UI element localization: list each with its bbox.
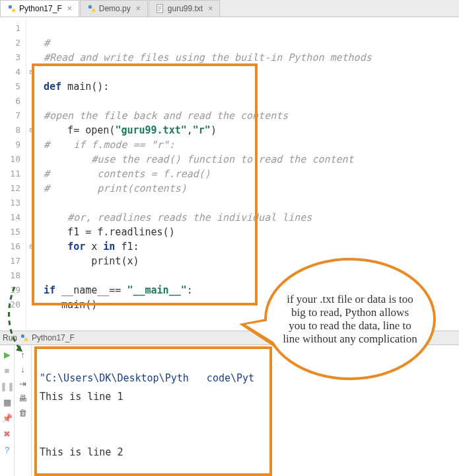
tab-python17[interactable]: Python17_F × bbox=[0, 0, 79, 17]
callout-tail bbox=[246, 320, 273, 342]
svg-point-1 bbox=[12, 9, 15, 12]
tab-label: Python17_F bbox=[19, 4, 62, 13]
tab-bar: Python17_F × Demo.py × guru99.txt × bbox=[0, 0, 459, 17]
svg-point-9 bbox=[24, 338, 28, 341]
svg-point-2 bbox=[88, 5, 91, 9]
run-label: Run bbox=[3, 333, 17, 342]
svg-point-8 bbox=[21, 335, 24, 338]
output-line: This is line 2 bbox=[40, 446, 123, 458]
callout-text: if your .txt file or data is too big to … bbox=[283, 293, 417, 346]
close-icon[interactable]: ✖ bbox=[2, 428, 13, 439]
python-file-icon bbox=[87, 4, 96, 13]
soft-wrap-icon[interactable]: ⇥ bbox=[18, 378, 28, 389]
layout-icon[interactable]: ▦ bbox=[2, 397, 13, 407]
line-number-gutter: 1234567891011121314151617181920 bbox=[0, 17, 26, 331]
run-icon[interactable]: ▶ bbox=[2, 349, 13, 360]
close-icon[interactable]: × bbox=[136, 4, 141, 13]
tab-label: Demo.py bbox=[99, 4, 131, 13]
help-icon[interactable]: ? bbox=[2, 444, 13, 455]
console-toolbar-left: ▶ ■ ❚❚ ▦ 📌 ✖ ? bbox=[0, 345, 15, 476]
output-line: This is line 1 bbox=[40, 391, 123, 403]
tab-demo[interactable]: Demo.py × bbox=[80, 0, 148, 17]
console-toolbar-right: ↑ ↓ ⇥ 🖶 🗑 bbox=[15, 345, 32, 476]
svg-point-3 bbox=[92, 9, 95, 12]
stop-icon[interactable]: ■ bbox=[2, 365, 13, 376]
scroll-down-icon[interactable]: ↓ bbox=[18, 364, 28, 374]
pin-icon[interactable]: 📌 bbox=[2, 413, 13, 423]
python-file-icon bbox=[7, 4, 17, 13]
close-icon[interactable]: × bbox=[208, 4, 213, 13]
close-icon[interactable]: × bbox=[67, 4, 72, 13]
tab-label: guru99.txt bbox=[168, 4, 203, 13]
fold-column: ⊟⊟⊟ bbox=[26, 17, 37, 331]
tab-guru99[interactable]: guru99.txt × bbox=[149, 0, 220, 17]
python-file-icon bbox=[20, 333, 29, 342]
text-file-icon bbox=[156, 4, 165, 13]
svg-point-0 bbox=[9, 5, 12, 9]
annotation-callout: if your .txt file or data is too big to … bbox=[264, 258, 436, 380]
command-line: "C:\Users\DK\Desktop\Pyth code\Pyt bbox=[40, 372, 254, 384]
clear-icon[interactable]: 🗑 bbox=[18, 407, 28, 418]
print-icon[interactable]: 🖶 bbox=[18, 393, 28, 403]
scroll-up-icon[interactable]: ↑ bbox=[18, 349, 28, 360]
pause-icon[interactable]: ❚❚ bbox=[2, 381, 13, 391]
run-target: Python17_F bbox=[32, 333, 75, 342]
